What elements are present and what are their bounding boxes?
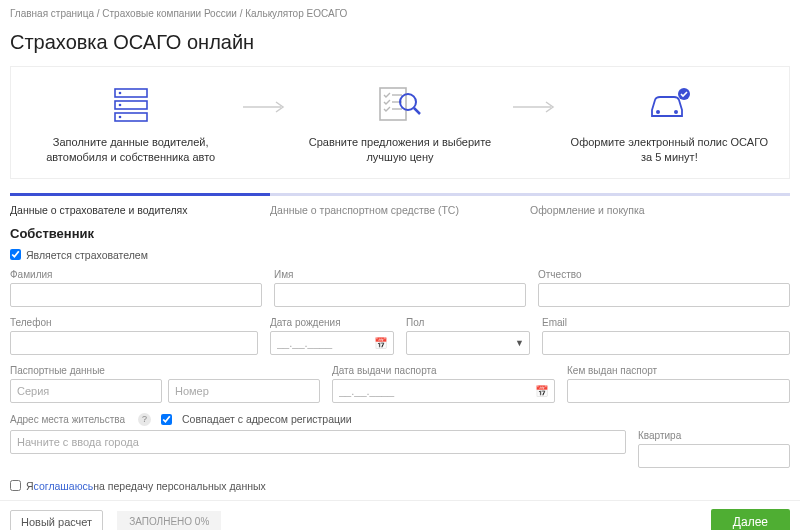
car-check-icon [568,83,771,127]
lastname-input[interactable] [10,283,262,307]
steps-panel: Заполните данные водителей, автомобиля и… [10,66,790,179]
phone-input[interactable] [10,331,258,355]
passport-label: Паспортные данные [10,365,320,376]
same-address-checkbox[interactable] [161,414,172,425]
apartment-label: Квартира [638,430,790,441]
consent-prefix: Я [26,480,34,492]
lastname-label: Фамилия [10,269,262,280]
apartment-input[interactable] [638,444,790,468]
breadcrumb: Главная страница / Страховые компании Ро… [0,0,800,27]
phone-label: Телефон [10,317,258,328]
calendar-icon[interactable]: 📅 [535,384,549,397]
progress-bar [10,193,790,196]
step-2: Сравните предложения и выберите лучшую ц… [290,83,509,166]
email-label: Email [542,317,790,328]
is-insurer-row: Является страхователем [10,249,790,261]
tab-checkout[interactable]: Оформление и покупка [530,204,790,216]
svg-point-14 [656,110,660,114]
address-label: Адрес места жительства [10,414,125,425]
page-title: Страховка ОСАГО онлайн [0,27,800,66]
step-1-text: Заполните данные водителей, автомобиля и… [29,135,232,166]
breadcrumb-companies[interactable]: Страховые компании России [102,8,237,19]
patronymic-input[interactable] [538,283,790,307]
svg-point-15 [674,110,678,114]
tab-insurer[interactable]: Данные о страхователе и водителях [10,204,270,216]
svg-point-3 [118,92,121,95]
consent-link[interactable]: соглашаюсь [34,480,94,492]
svg-line-12 [414,108,420,114]
svg-point-11 [400,94,416,110]
svg-point-4 [118,104,121,107]
firstname-input[interactable] [274,283,526,307]
dob-label: Дата рождения [270,317,394,328]
progress-seg-2 [270,193,530,196]
same-address-label: Совпадает с адресом регистрации [182,413,352,425]
tab-labels: Данные о страхователе и водителях Данные… [10,196,790,226]
owner-heading: Собственник [10,226,790,241]
passport-series-input[interactable] [10,379,162,403]
fill-status: ЗАПОЛНЕНО 0% [117,511,221,530]
breadcrumb-home[interactable]: Главная страница [10,8,94,19]
passport-issued-input[interactable] [567,379,790,403]
patronymic-label: Отчество [538,269,790,280]
help-icon[interactable]: ? [138,413,151,426]
step-3-text: Оформите электронный полис ОСАГО за 5 ми… [568,135,771,166]
passport-issued-label: Кем выдан паспорт [567,365,790,376]
passport-date-label: Дата выдачи паспорта [332,365,555,376]
is-insurer-label: Является страхователем [26,249,148,261]
email-input[interactable] [542,331,790,355]
is-insurer-checkbox[interactable] [10,249,21,260]
consent-checkbox[interactable] [10,480,21,491]
svg-rect-7 [380,88,406,120]
tab-vehicle[interactable]: Данные о транспортном средстве (ТС) [270,204,530,216]
step-1: Заполните данные водителей, автомобиля и… [21,83,240,166]
breadcrumb-current: Калькулятор ЕОСАГО [245,8,347,19]
form-icon [29,83,232,127]
next-button[interactable]: Далее [711,509,790,530]
address-input[interactable] [10,430,626,454]
step-2-text: Сравните предложения и выберите лучшую ц… [298,135,501,166]
arrow-icon [510,101,560,113]
calendar-icon[interactable]: 📅 [374,336,388,349]
owner-section: Собственник Является страхователем Фамил… [10,226,790,492]
new-calc-button[interactable]: Новый расчет [10,510,103,530]
consent-row: Я соглашаюсь на передачу персональных да… [10,480,790,492]
footer-bar: Новый расчет ЗАПОЛНЕНО 0% Далее [0,500,800,530]
passport-number-input[interactable] [168,379,320,403]
gender-select[interactable] [406,331,530,355]
firstname-label: Имя [274,269,526,280]
passport-date-input[interactable] [332,379,555,403]
progress-seg-1 [10,193,270,196]
svg-point-5 [118,116,121,119]
gender-label: Пол [406,317,530,328]
arrow-icon [240,101,290,113]
step-3: Оформите электронный полис ОСАГО за 5 ми… [560,83,779,166]
compare-icon [298,83,501,127]
chevron-down-icon: ▼ [515,338,524,348]
consent-suffix: на передачу персональных данных [93,480,266,492]
progress-seg-3 [530,193,790,196]
